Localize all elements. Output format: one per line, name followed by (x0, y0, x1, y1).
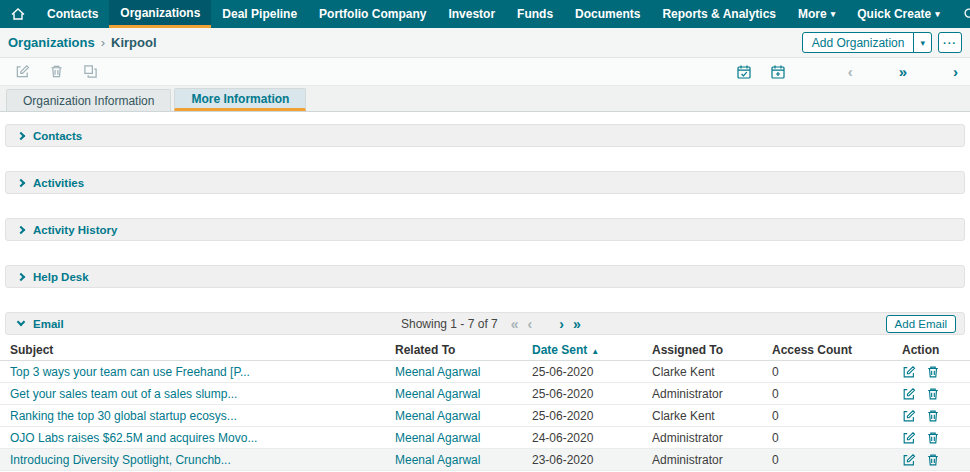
chevron-right-icon (17, 178, 25, 186)
add-organization-dropdown[interactable]: ▾ (913, 33, 931, 52)
nav-item-portfolio-company[interactable]: Portfolio Company (308, 0, 437, 28)
delete-row-button[interactable] (926, 409, 940, 423)
tab-organization-information[interactable]: Organization Information (6, 89, 171, 111)
chevrons-right-icon: » (899, 63, 907, 80)
edit-row-button[interactable] (902, 365, 916, 379)
column-access-count[interactable]: Access Count (762, 343, 892, 357)
email-subject-link[interactable]: Get your sales team out of a sales slump… (0, 387, 385, 401)
email-subject-link[interactable]: OJO Labs raises $62.5M and acquires Movo… (0, 431, 385, 445)
row-actions (892, 453, 970, 467)
section-contacts[interactable]: Contacts (5, 124, 965, 147)
edit-icon (902, 365, 916, 379)
trash-icon (926, 387, 940, 401)
calendar-plus-icon (770, 64, 786, 80)
next-record-button[interactable]: › (953, 64, 958, 79)
assigned-to-value: Clarke Kent (642, 409, 762, 423)
assigned-to-value: Clarke Kent (642, 365, 762, 379)
search-icon (963, 7, 970, 22)
related-to-link[interactable]: Meenal Agarwal (385, 431, 522, 445)
ellipsis-icon: ··· (943, 37, 957, 49)
nav-item-documents[interactable]: Documents (564, 0, 651, 28)
caret-down-icon: ▾ (831, 10, 836, 19)
related-to-link[interactable]: Meenal Agarwal (385, 409, 522, 423)
edit-icon (902, 453, 916, 467)
delete-row-button[interactable] (926, 387, 940, 401)
nav-item-investor[interactable]: Investor (437, 0, 506, 28)
date-sent-value: 25-06-2020 (522, 409, 642, 423)
add-organization-button[interactable]: Add Organization (803, 33, 914, 52)
more-options-button[interactable]: ··· (938, 32, 962, 53)
email-subject-link[interactable]: Ranking the top 30 global startup ecosys… (0, 409, 385, 423)
related-to-link[interactable]: Meenal Agarwal (385, 387, 522, 401)
search-button[interactable] (951, 0, 970, 28)
nav-item-organizations[interactable]: Organizations (109, 0, 211, 28)
previous-record-button[interactable]: ‹ (848, 64, 853, 79)
nav-item-more[interactable]: More▾ (787, 0, 846, 28)
caret-down-icon: ▾ (920, 38, 925, 48)
column-assigned-to[interactable]: Assigned To (642, 343, 762, 357)
next-page-button[interactable]: › (559, 317, 564, 331)
delete-row-button[interactable] (926, 365, 940, 379)
edit-row-button[interactable] (902, 431, 916, 445)
edit-row-button[interactable] (902, 409, 916, 423)
date-sent-value: 25-06-2020 (522, 365, 642, 379)
date-sent-value: 23-06-2020 (522, 453, 642, 467)
add-organization-split-button: Add Organization ▾ (802, 32, 932, 53)
delete-row-button[interactable] (926, 431, 940, 445)
edit-row-button[interactable] (902, 453, 916, 467)
column-date-sent[interactable]: Date Sent▲ (522, 343, 642, 357)
related-to-link[interactable]: Meenal Agarwal (385, 365, 522, 379)
section-activities[interactable]: Activities (5, 171, 965, 194)
table-row: Introducing Diversity Spotlight, Crunchb… (0, 449, 970, 471)
section-email[interactable]: Email Showing 1 - 7 of 7 « ‹ › » Add Ema… (5, 312, 965, 335)
nav-item-contacts[interactable]: Contacts (36, 0, 109, 28)
calendar-check-icon (736, 64, 752, 80)
section-help-desk[interactable]: Help Desk (5, 265, 965, 288)
access-count-value: 0 (762, 431, 892, 445)
add-event-button[interactable] (768, 62, 788, 82)
email-table-header: Subject Related To Date Sent▲ Assigned T… (0, 339, 970, 361)
email-subject-link[interactable]: Top 3 ways your team can use Freehand [P… (0, 365, 385, 379)
add-email-button[interactable]: Add Email (886, 315, 956, 333)
last-page-button[interactable]: » (573, 317, 581, 331)
last-record-button[interactable]: » (899, 64, 907, 79)
chevron-right-icon: › (953, 63, 958, 80)
tab-more-information[interactable]: More Information (174, 88, 306, 111)
sort-ascending-icon: ▲ (591, 347, 599, 356)
nav-item-reports-analytics[interactable]: Reports & Analytics (651, 0, 787, 28)
chevron-right-icon (17, 272, 25, 280)
date-sent-value: 24-06-2020 (522, 431, 642, 445)
nav-item-deal-pipeline[interactable]: Deal Pipeline (211, 0, 308, 28)
caret-down-icon: ▾ (935, 10, 940, 19)
email-pagination: Showing 1 - 7 of 7 « ‹ › » (401, 317, 581, 331)
nav-item-quick-create[interactable]: Quick Create▾ (846, 0, 951, 28)
chevron-right-icon (17, 225, 25, 233)
clone-button[interactable] (80, 62, 100, 82)
nav-item-funds[interactable]: Funds (506, 0, 564, 28)
breadcrumb-current: Kirpool (111, 35, 157, 50)
column-subject[interactable]: Subject (0, 343, 385, 357)
trash-icon (926, 365, 940, 379)
edit-button[interactable] (12, 62, 32, 82)
chevron-right-icon (17, 131, 25, 139)
email-subject-link[interactable]: Introducing Diversity Spotlight, Crunchb… (0, 453, 385, 467)
delete-row-button[interactable] (926, 453, 940, 467)
assigned-to-value: Administrator (642, 387, 762, 401)
home-button[interactable] (0, 0, 36, 28)
chevrons-left-icon: « (511, 316, 519, 332)
column-related-to[interactable]: Related To (385, 343, 522, 357)
table-row: Ranking the top 30 global startup ecosys… (0, 405, 970, 427)
first-page-button[interactable]: « (511, 317, 519, 331)
row-actions (892, 431, 970, 445)
previous-page-button[interactable]: ‹ (528, 317, 533, 331)
column-action: Action (892, 343, 970, 357)
schedule-button[interactable] (734, 62, 754, 82)
section-activity-history[interactable]: Activity History (5, 218, 965, 241)
edit-row-button[interactable] (902, 387, 916, 401)
detail-tabs: Organization Information More Informatio… (0, 86, 970, 112)
delete-button[interactable] (46, 62, 66, 82)
table-row: Top 3 ways your team can use Freehand [P… (0, 361, 970, 383)
breadcrumb-organizations[interactable]: Organizations (8, 35, 95, 50)
chevron-left-icon: ‹ (848, 63, 853, 80)
related-to-link[interactable]: Meenal Agarwal (385, 453, 522, 467)
